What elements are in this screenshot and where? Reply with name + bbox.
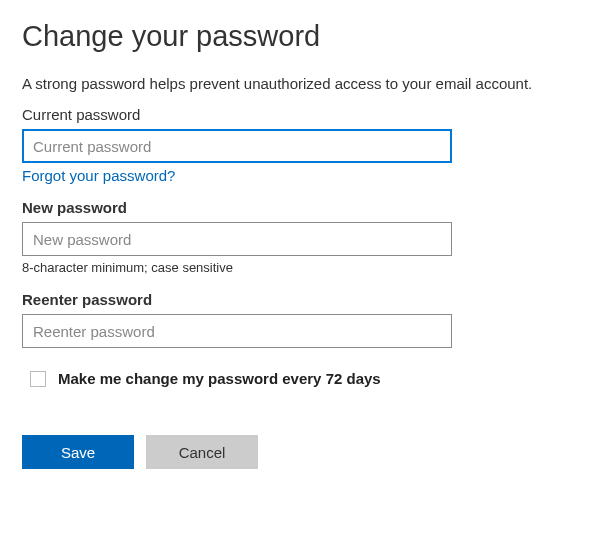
save-button[interactable]: Save [22, 435, 134, 469]
new-password-input[interactable] [22, 222, 452, 256]
page-title: Change your password [22, 20, 578, 53]
password-hint: 8-character minimum; case sensitive [22, 260, 578, 275]
reenter-password-input[interactable] [22, 314, 452, 348]
new-password-label: New password [22, 199, 578, 216]
button-row: Save Cancel [22, 435, 578, 469]
description-text: A strong password helps prevent unauthor… [22, 75, 578, 92]
current-password-label: Current password [22, 106, 578, 123]
reenter-password-group: Reenter password [22, 291, 578, 348]
forgot-password-link[interactable]: Forgot your password? [22, 167, 175, 184]
change-interval-label: Make me change my password every 72 days [58, 370, 381, 387]
reenter-password-label: Reenter password [22, 291, 578, 308]
change-interval-checkbox[interactable] [30, 371, 46, 387]
change-interval-row: Make me change my password every 72 days [22, 370, 578, 387]
new-password-group: New password 8-character minimum; case s… [22, 199, 578, 275]
cancel-button[interactable]: Cancel [146, 435, 258, 469]
current-password-group: Current password Forgot your password? [22, 106, 578, 185]
current-password-input[interactable] [22, 129, 452, 163]
